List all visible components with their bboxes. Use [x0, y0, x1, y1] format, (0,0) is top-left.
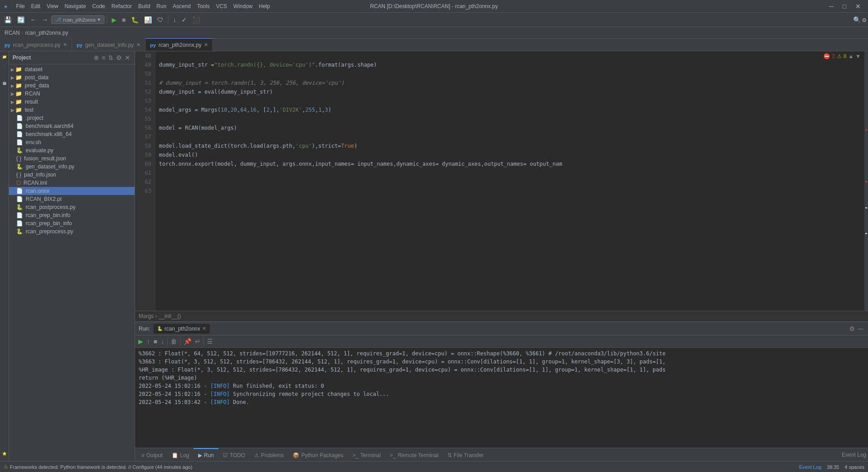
code-line-55[interactable]: [159, 114, 864, 123]
bottom-tab-terminal[interactable]: >_Terminal: [348, 448, 385, 462]
code-line-63[interactable]: [159, 186, 864, 195]
menu-item-run[interactable]: Run: [154, 2, 169, 10]
search-area[interactable]: 🔍 ⚙: [853, 16, 866, 23]
code-line-62[interactable]: [159, 177, 864, 186]
tree-item-14[interactable]: ⬡RCAN.iml: [9, 179, 135, 187]
tree-item-3[interactable]: ▶📁RCAN: [9, 90, 135, 98]
code-line-51[interactable]: # dummy_input = torch.randn(1, 3, 256, 2…: [159, 78, 864, 87]
run-play-button[interactable]: ▶: [137, 336, 145, 346]
minimize-button[interactable]: ─: [826, 2, 837, 11]
menu-item-edit[interactable]: Edit: [28, 2, 43, 10]
menu-item-file[interactable]: File: [14, 2, 27, 10]
spaces-display[interactable]: 4 spaces: [845, 464, 864, 470]
bottom-tab-problems[interactable]: ⚠Problems: [250, 448, 289, 462]
tree-item-5[interactable]: ▶📁test: [9, 106, 135, 114]
tree-item-17[interactable]: 🐍rcan_postprocess.py: [9, 203, 135, 211]
breadcrumb-file[interactable]: rcan_pth2onnx.py: [25, 30, 68, 36]
editor-tab-0[interactable]: pyrcan_preprocess.py✕: [0, 38, 72, 51]
menu-item-window[interactable]: Window: [231, 2, 255, 10]
tree-item-2[interactable]: ▶📁pred_data: [9, 82, 135, 90]
menu-item-ascend[interactable]: Ascend: [170, 2, 194, 10]
run-output[interactable]: %3662 : Float(*, 64, 512, 512, strides=[…: [135, 348, 868, 448]
tree-item-12[interactable]: 🐍gen_dataset_info.py: [9, 163, 135, 171]
editor-tab-1[interactable]: pygen_dataset_info.py✕: [72, 38, 145, 51]
run-actions[interactable]: ⚙ ─: [848, 324, 864, 334]
project-close-button[interactable]: ✕: [124, 53, 131, 62]
bottom-tab-todo[interactable]: ☑TODO: [218, 448, 249, 462]
bottom-tab-output[interactable]: ≡Output: [137, 448, 167, 462]
status-message[interactable]: Frameworks detected: Python framework is…: [10, 464, 192, 470]
sidebar-icon-commit[interactable]: ↑: [3, 62, 6, 69]
nav-down-button[interactable]: ▼: [855, 53, 861, 59]
project-settings-button[interactable]: ⚙: [115, 53, 123, 62]
menu-item-tools[interactable]: Tools: [194, 2, 212, 10]
code-line-60[interactable]: torch.onnx.export(model, dummy_input, ar…: [159, 159, 864, 168]
sidebar-icon-project[interactable]: 📁: [1, 53, 8, 61]
forward-button[interactable]: →: [40, 15, 50, 25]
run-button[interactable]: ▶: [109, 15, 119, 25]
run-settings-button[interactable]: ⚙: [848, 324, 856, 334]
code-line-59[interactable]: model.eval(): [159, 150, 864, 159]
menu-item-build[interactable]: Build: [136, 2, 153, 10]
menu-item-help[interactable]: Help: [256, 2, 273, 10]
tree-item-11[interactable]: { }fusion_result.json: [9, 154, 135, 163]
code-line-50[interactable]: [159, 69, 864, 78]
tree-item-16[interactable]: 📄RCAN_BIX2.pt: [9, 195, 135, 203]
menu-item-navigate[interactable]: Navigate: [62, 2, 88, 10]
nav-up-button[interactable]: ▲: [848, 53, 854, 59]
window-controls[interactable]: ─ □ ✕: [826, 2, 864, 11]
code-content[interactable]: dummy_input_str = "torch.randn({}, devic…: [155, 51, 868, 311]
tree-item-15[interactable]: 📄rcan.onnx: [9, 187, 135, 195]
tree-item-1[interactable]: ▶📁post_data: [9, 73, 135, 82]
tree-item-4[interactable]: ▶📁result: [9, 98, 135, 106]
code-line-58[interactable]: model.load_state_dict(torch.load(args.pt…: [159, 141, 864, 150]
run-stop-button[interactable]: ■: [152, 336, 158, 346]
vcs-update-button[interactable]: ↓: [171, 15, 178, 25]
bottom-tab-python-packages[interactable]: 📦Python Packages: [288, 448, 348, 462]
search-icon[interactable]: 🔍: [853, 16, 861, 23]
event-log-bottom[interactable]: Event Log: [842, 452, 866, 458]
tab-close-button[interactable]: ✕: [63, 42, 67, 48]
profile-button[interactable]: 📊: [142, 15, 154, 25]
code-line-57[interactable]: [159, 132, 864, 141]
menu-item-vcs[interactable]: VCS: [213, 2, 230, 10]
tree-item-0[interactable]: ▶📁dataset: [9, 65, 135, 73]
project-sort-button[interactable]: ⇅: [107, 53, 114, 62]
run-tree-view-button[interactable]: ☰: [206, 336, 214, 346]
back-button[interactable]: ←: [28, 15, 39, 25]
stop-button[interactable]: ■: [120, 15, 128, 25]
run-clear-button[interactable]: 🗑: [169, 336, 178, 346]
debug-button[interactable]: 🐛: [129, 15, 141, 25]
bottom-tab-remote-terminal[interactable]: >_Remote Terminal: [385, 448, 443, 462]
coverage-button[interactable]: 🛡: [155, 15, 166, 25]
menu-item-view[interactable]: View: [44, 2, 61, 10]
tree-item-7[interactable]: 📄benchmark.aarch64: [9, 122, 135, 130]
terminal-button[interactable]: ⬛: [190, 15, 202, 25]
project-collapse-button[interactable]: ≡: [101, 53, 106, 62]
tree-item-9[interactable]: 📄env.sh: [9, 138, 135, 146]
menu-bar[interactable]: FileEditViewNavigateCodeRefactorBuildRun…: [14, 2, 273, 10]
editor-tab-2[interactable]: pyrcan_pth2onnx.py✕: [145, 38, 213, 51]
run-tab-active[interactable]: 🐍 rcan_pth2onnx ✕: [154, 324, 209, 334]
event-log-link[interactable]: Event Log: [799, 464, 822, 470]
tree-item-20[interactable]: 🐍rcan_preprocess.py: [9, 227, 135, 236]
close-button[interactable]: ✕: [852, 2, 864, 11]
code-line-53[interactable]: [159, 96, 864, 105]
bottom-tab-log[interactable]: 📋Log: [167, 448, 194, 462]
tree-item-19[interactable]: 📄rcan_prep_bin_info: [9, 219, 135, 227]
code-editor[interactable]: 48495051525354555657585960616263 dummy_i…: [135, 51, 868, 311]
run-minimize-button[interactable]: ─: [857, 324, 864, 334]
breadcrumb-project[interactable]: RCAN: [5, 30, 20, 36]
sidebar-icon-favorites[interactable]: ⭐: [1, 450, 8, 458]
menu-item-code[interactable]: Code: [90, 2, 108, 10]
tree-item-6[interactable]: 📄.project: [9, 114, 135, 122]
tab-close-button[interactable]: ✕: [136, 42, 140, 48]
tree-item-13[interactable]: { }pad_info.json: [9, 171, 135, 179]
code-line-61[interactable]: [159, 168, 864, 177]
maximize-button[interactable]: □: [839, 2, 850, 11]
bottom-tab-file-transfer[interactable]: ⇅File Transfer: [443, 448, 488, 462]
sync-button[interactable]: 🔄: [15, 15, 27, 25]
code-line-49[interactable]: dummy_input_str = "torch.randn({}, devic…: [159, 60, 864, 69]
scroll-track[interactable]: [864, 51, 868, 311]
settings-icon[interactable]: ⚙: [863, 16, 866, 23]
